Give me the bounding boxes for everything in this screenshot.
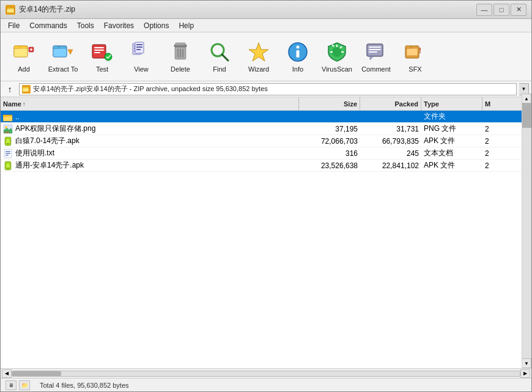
file-name: 白猿7.0-14壳子.apk (1, 136, 299, 146)
virusscan-icon (325, 40, 349, 64)
comment-button[interactable]: Comment (358, 36, 394, 78)
svg-rect-58 (3, 116, 12, 121)
file-type-icon: PNG (3, 124, 13, 134)
svg-rect-38 (297, 50, 300, 57)
test-button[interactable]: Test (84, 36, 120, 78)
svg-rect-11 (53, 46, 59, 48)
status-icon-2[interactable]: 📁 (19, 380, 30, 390)
path-input[interactable]: 安卓14的壳子.zip\安卓14的壳子 - ZIP archive, unpac… (19, 83, 517, 95)
info-button[interactable]: Info (279, 36, 316, 78)
svg-rect-27 (175, 43, 185, 45)
view-label: View (134, 65, 149, 73)
svg-rect-46 (369, 46, 381, 48)
menu-commands[interactable]: Commands (24, 20, 72, 31)
horizontal-scrollbar[interactable]: ◀ ▶ (1, 368, 531, 378)
svg-rect-23 (136, 44, 142, 45)
info-label: Info (292, 65, 303, 73)
vscroll-thumb[interactable] (522, 103, 531, 128)
virusscan-button[interactable]: VirusScan (319, 36, 355, 78)
svg-marker-35 (249, 43, 268, 61)
file-packed: 31,731 (360, 125, 421, 133)
svg-rect-2 (7, 7, 10, 9)
file-name: PNG APK权限只保留存储.png (1, 124, 299, 134)
add-button[interactable]: Add (6, 36, 42, 78)
sfx-button[interactable]: ! SFX (397, 36, 434, 78)
menu-bar: File Commands Tools Favorites Options He… (1, 19, 531, 32)
close-button[interactable]: ✕ (511, 4, 526, 16)
file-type: 文件夹 (421, 111, 482, 122)
scroll-track[interactable] (12, 371, 520, 377)
file-name: .. (1, 112, 299, 122)
svg-rect-69 (6, 153, 10, 154)
maximize-button[interactable]: □ (493, 4, 509, 16)
menu-options[interactable]: Options (139, 20, 174, 31)
file-size: 23,526,638 (299, 161, 360, 170)
path-bar: ↑ 安卓14的壳子.zip\安卓14的壳子 - ZIP archive, unp… (1, 81, 531, 97)
menu-help[interactable]: Help (174, 20, 199, 31)
table-row[interactable]: PNG APK权限只保留存储.png 37,195 31,731 PNG 文件 … (1, 123, 531, 135)
svg-point-66 (7, 143, 9, 144)
vscroll-track[interactable] (522, 103, 531, 358)
col-header-packed[interactable]: Packed (360, 97, 421, 110)
info-icon (286, 40, 309, 64)
wizard-button[interactable]: Wizard (240, 36, 277, 78)
window-icon (6, 5, 15, 15)
col-header-size[interactable]: Size (299, 97, 360, 110)
svg-rect-13 (92, 45, 106, 58)
delete-button[interactable]: Delete (162, 36, 199, 78)
svg-marker-49 (370, 56, 374, 60)
sfx-icon: ! (404, 40, 427, 64)
find-button[interactable]: Find (201, 36, 238, 78)
svg-rect-4 (14, 48, 28, 57)
vertical-scrollbar[interactable]: ▲ ▼ (522, 94, 531, 368)
find-icon (208, 40, 231, 64)
scroll-left-button[interactable]: ◀ (2, 369, 12, 378)
svg-rect-51 (407, 48, 418, 56)
file-list-body: .. 文件夹 PNG APK权限只保留存储.png 37,195 31,731 … (1, 111, 531, 368)
table-row[interactable]: 使用说明.txt 316 245 文本文档 2 (1, 147, 531, 160)
sfx-label: SFX (408, 65, 421, 73)
scroll-thumb[interactable] (12, 371, 61, 376)
path-text: 安卓14的壳子.zip\安卓14的壳子 - ZIP archive, unpac… (33, 84, 268, 94)
svg-text:PNG: PNG (4, 131, 10, 134)
menu-favorites[interactable]: Favorites (99, 20, 139, 31)
main-window: 安卓14的壳子.zip — □ ✕ File Commands Tools Fa… (0, 0, 532, 392)
svg-rect-15 (94, 50, 104, 51)
svg-rect-59 (3, 115, 7, 117)
wizard-label: Wizard (248, 65, 269, 73)
file-type: 文本文档 (421, 148, 482, 158)
extract-to-button[interactable]: Extract To (45, 36, 81, 78)
svg-rect-24 (136, 46, 142, 48)
table-row[interactable]: 白猿7.0-14壳子.apk 72,066,703 66,793,835 APK… (1, 135, 531, 147)
col-header-type[interactable]: Type (421, 97, 482, 110)
file-packed: 66,793,835 (360, 137, 421, 146)
scroll-up-button[interactable]: ▲ (522, 94, 531, 103)
svg-rect-72 (6, 163, 10, 168)
status-icon-1[interactable]: 🖥 (6, 380, 17, 390)
svg-rect-5 (14, 46, 20, 48)
file-list: Name Size Packed Type M .. (1, 97, 531, 368)
file-type-icon (3, 161, 13, 171)
table-row[interactable]: 通用-安卓14壳子.apk 23,526,638 22,841,102 APK … (1, 160, 531, 172)
table-row[interactable]: .. 文件夹 (1, 111, 531, 123)
scroll-down-button[interactable]: ▼ (522, 358, 531, 368)
extract-label: Extract To (48, 65, 78, 73)
file-type: APK 文件 (421, 160, 482, 171)
scroll-right-button[interactable]: ▶ (520, 369, 530, 378)
navigate-up-button[interactable]: ↑ (3, 83, 17, 95)
file-name: 使用说明.txt (1, 148, 299, 158)
file-size: 72,066,703 (299, 137, 360, 146)
menu-tools[interactable]: Tools (72, 20, 99, 31)
status-bar: 🖥 📁 Total 4 files, 95,630,852 bytes (1, 378, 531, 391)
svg-line-33 (222, 54, 228, 61)
file-type-icon (3, 112, 13, 122)
svg-rect-14 (94, 47, 104, 48)
svg-rect-65 (6, 139, 10, 144)
col-header-name[interactable]: Name (1, 97, 299, 110)
view-button[interactable]: View (123, 36, 160, 78)
minimize-button[interactable]: — (476, 4, 492, 16)
menu-file[interactable]: File (3, 20, 24, 31)
file-type: APK 文件 (421, 136, 482, 146)
file-packed: 22,841,102 (360, 161, 421, 170)
file-packed: 245 (360, 149, 421, 158)
